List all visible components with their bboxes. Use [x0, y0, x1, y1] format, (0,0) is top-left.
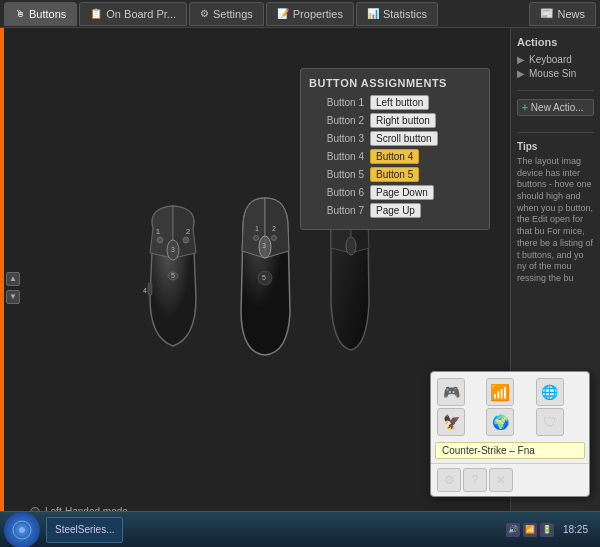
btn-row-5: Button 5 Button 5 — [309, 167, 481, 182]
btn7-label: Button 7 — [309, 205, 364, 216]
btn-row-6: Button 6 Page Down — [309, 185, 481, 200]
popup-help-icon[interactable]: ? — [463, 468, 487, 492]
settings-tab-icon: ⚙ — [200, 8, 209, 19]
btn6-label: Button 6 — [309, 187, 364, 198]
popup-icon-5[interactable]: 🌍 — [486, 408, 514, 436]
taskbar-items: SteelSeries... — [46, 517, 506, 543]
new-action-label: New Actio... — [531, 102, 584, 113]
tips-text: The layout imag device has inter buttons… — [517, 156, 594, 285]
properties-tab-icon: 📝 — [277, 8, 289, 19]
divider — [517, 90, 594, 91]
tab-news[interactable]: 📰 News — [529, 2, 596, 26]
tab-settings[interactable]: ⚙ Settings — [189, 2, 264, 26]
svg-point-13 — [271, 235, 276, 240]
svg-text:3: 3 — [262, 242, 266, 249]
btn-assignments-title: BUTTON ASSIGNMENTS — [309, 77, 481, 89]
news-tab-icon: 📰 — [540, 7, 554, 20]
windows-logo — [12, 520, 32, 540]
button-assignments-panel: BUTTON ASSIGNMENTS Button 1 Left button … — [300, 68, 490, 230]
system-tray-popup: 🎮 📶 🌐 🦅 🌍 🛡 Counter-Strike – Fna ⚙ ? ✕ — [430, 371, 590, 497]
keyboard-action-label: Keyboard — [529, 54, 572, 65]
btn5-value[interactable]: Button 5 — [370, 167, 419, 182]
taskbar: SteelSeries... 🔊 📶 🔋 18:25 — [0, 511, 600, 547]
popup-icon-3[interactable]: 🌐 — [536, 378, 564, 406]
tab-bar: 🖱 Buttons 📋 On Board Pr... ⚙ Settings 📝 … — [0, 0, 600, 28]
tab-statistics[interactable]: 📊 Statistics — [356, 2, 438, 26]
tab-onboard[interactable]: 📋 On Board Pr... — [79, 2, 187, 26]
btn3-label: Button 3 — [309, 133, 364, 144]
taskbar-item-label: SteelSeries... — [55, 524, 114, 535]
mouse-left-view: 1 2 3 4 5 — [128, 198, 218, 358]
new-action-plus-icon: + — [522, 102, 528, 113]
tips-title: Tips — [517, 141, 594, 152]
svg-point-19 — [346, 237, 356, 255]
popup-settings-icon[interactable]: ⚙ — [437, 468, 461, 492]
svg-text:5: 5 — [171, 272, 175, 279]
btn7-value[interactable]: Page Up — [370, 203, 421, 218]
scroll-buttons: ▲ ▼ — [6, 272, 20, 304]
mouse-arrow-icon: ▶ — [517, 68, 525, 79]
btn5-label: Button 5 — [309, 169, 364, 180]
popup-tooltip: Counter-Strike – Fna — [435, 442, 585, 459]
popup-icon-2[interactable]: 📶 — [486, 378, 514, 406]
svg-point-12 — [253, 235, 258, 240]
popup-bottom-row: ⚙ ? ✕ — [431, 463, 589, 496]
start-button[interactable] — [4, 512, 40, 548]
scroll-up-button[interactable]: ▲ — [6, 272, 20, 286]
tray-icon-1[interactable]: 🔊 — [506, 523, 520, 537]
tab-buttons[interactable]: 🖱 Buttons — [4, 2, 77, 26]
svg-text:4: 4 — [143, 287, 147, 294]
svg-rect-4 — [148, 283, 152, 295]
btn3-value[interactable]: Scroll button — [370, 131, 438, 146]
popup-close-icon[interactable]: ✕ — [489, 468, 513, 492]
buttons-tab-icon: 🖱 — [15, 8, 25, 19]
svg-point-1 — [157, 237, 163, 243]
tab-properties[interactable]: 📝 Properties — [266, 2, 354, 26]
popup-icon-1[interactable]: 🎮 — [437, 378, 465, 406]
btn4-label: Button 4 — [309, 151, 364, 162]
svg-text:5: 5 — [262, 274, 266, 281]
divider2 — [517, 132, 594, 133]
action-mouse-single[interactable]: ▶ Mouse Sin — [517, 68, 594, 79]
svg-text:1: 1 — [155, 227, 160, 236]
svg-text:1: 1 — [255, 225, 259, 232]
btn-row-2: Button 2 Right button — [309, 113, 481, 128]
btn1-label: Button 1 — [309, 97, 364, 108]
tray-icon-2[interactable]: 📶 — [523, 523, 537, 537]
svg-text:3: 3 — [171, 246, 175, 253]
svg-point-22 — [19, 527, 25, 533]
mouse-center-view: 1 2 3 5 — [228, 193, 303, 363]
btn6-value[interactable]: Page Down — [370, 185, 434, 200]
btn4-value[interactable]: Button 4 — [370, 149, 419, 164]
taskbar-tray: 🔊 📶 🔋 18:25 — [506, 523, 600, 537]
btn1-value[interactable]: Left button — [370, 95, 429, 110]
popup-icon-6[interactable]: 🛡 — [536, 408, 564, 436]
onboard-tab-icon: 📋 — [90, 8, 102, 19]
svg-point-2 — [183, 237, 189, 243]
new-action-button[interactable]: + New Actio... — [517, 99, 594, 116]
btn-row-7: Button 7 Page Up — [309, 203, 481, 218]
statistics-tab-icon: 📊 — [367, 8, 379, 19]
left-accent — [0, 28, 4, 547]
keyboard-arrow-icon: ▶ — [517, 54, 525, 65]
scroll-down-button[interactable]: ▼ — [6, 290, 20, 304]
action-keyboard[interactable]: ▶ Keyboard — [517, 54, 594, 65]
svg-text:2: 2 — [272, 225, 276, 232]
popup-icon-4[interactable]: 🦅 — [437, 408, 465, 436]
taskbar-clock: 18:25 — [557, 524, 594, 535]
btn2-label: Button 2 — [309, 115, 364, 126]
popup-icon-grid: 🎮 📶 🌐 🦅 🌍 🛡 — [431, 372, 589, 442]
btn-row-4: Button 4 Button 4 — [309, 149, 481, 164]
btn2-value[interactable]: Right button — [370, 113, 436, 128]
tray-icon-3[interactable]: 🔋 — [540, 523, 554, 537]
btn-row-3: Button 3 Scroll button — [309, 131, 481, 146]
mouse-action-label: Mouse Sin — [529, 68, 576, 79]
svg-text:2: 2 — [185, 227, 190, 236]
taskbar-app-item[interactable]: SteelSeries... — [46, 517, 123, 543]
btn-row-1: Button 1 Left button — [309, 95, 481, 110]
actions-title: Actions — [517, 36, 594, 48]
